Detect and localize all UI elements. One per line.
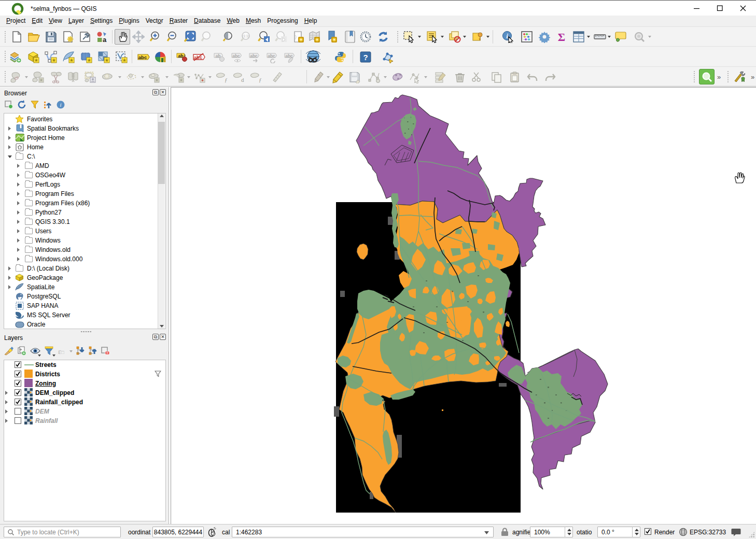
svg-text:ƒ: ƒ — [225, 77, 228, 83]
svg-text:(1:1): (1:1) — [242, 34, 249, 38]
svg-text:ƒ: ƒ — [259, 77, 262, 83]
svg-text:abc: abc — [250, 53, 258, 59]
svg-text:Σ: Σ — [558, 31, 565, 43]
svg-text:abc: abc — [268, 53, 275, 59]
svg-text:ab: ab — [178, 53, 184, 59]
svg-text:a: a — [103, 36, 107, 43]
svg-text:i: i — [60, 102, 61, 108]
svg-text:abc: abc — [138, 54, 147, 60]
svg-text:?: ? — [363, 53, 368, 62]
svg-text:ab: ab — [216, 53, 221, 59]
svg-text:i: i — [506, 32, 508, 40]
svg-text:abc: abc — [232, 53, 240, 59]
svg-text:d: d — [241, 77, 244, 83]
